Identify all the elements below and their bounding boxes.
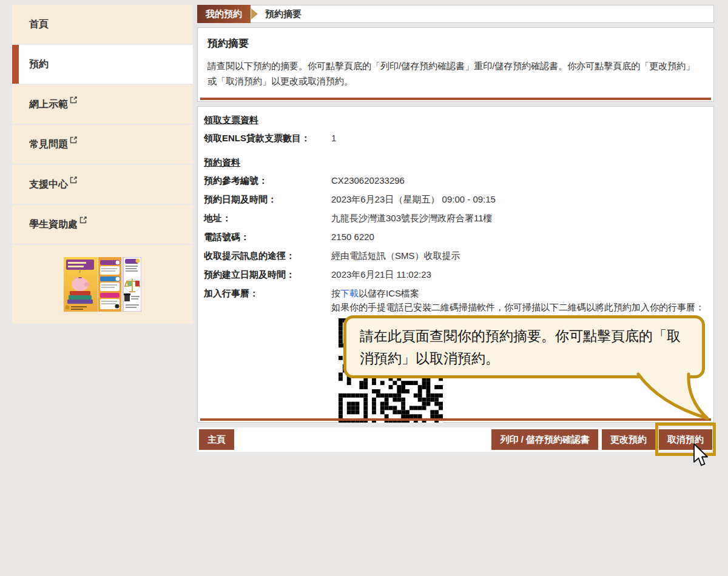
sidebar-item-sfo[interactable]: 學生資助處 [12,205,193,244]
row-label: 預約日期及時間： [204,193,331,206]
row-label: 地址： [204,212,331,224]
row-label: 電話號碼： [204,230,331,243]
download-ics-link[interactable]: 下載 [340,288,359,298]
footer-button-bar: 主頁 列印 / 儲存預約確認書 更改預約 取消預約 [197,427,714,452]
external-link-icon [70,135,77,146]
external-link-icon [79,215,87,226]
page-title: 預約摘要 [198,28,713,50]
summary-header-panel: 預約摘要 請查閱以下預約的摘要。你可點擊頁底的「列印/儲存預約確認書」重印/儲存… [197,27,714,102]
home-button[interactable]: 主頁 [199,429,234,450]
sidebar-item-home[interactable]: 首頁 [12,5,193,44]
sidebar-item-label: 學生資助處 [29,218,78,231]
sidebar-item-label: 首頁 [29,18,49,31]
row-value: 1 [331,132,707,144]
row-value: 2150 6220 [331,230,707,243]
sidebar-item-faq[interactable]: 常見問題 [12,125,193,164]
row-value: 經由電話短訊（SMS）收取提示 [331,249,707,262]
sidebar-item-appointment[interactable]: 預約 [12,45,193,84]
sidebar-item-label: 支援中心 [29,178,68,191]
sidebar-item-online-demo[interactable]: 網上示範 [12,85,193,124]
external-link-icon [70,175,77,186]
tooltip-bubble-tail [631,372,716,426]
breadcrumb-arrow-icon [251,8,258,19]
breadcrumb: 我的預約 預約摘要 [197,5,714,23]
sidebar-item-support-centre[interactable]: 支援中心 [12,165,193,204]
calendar-prefix: 按 [331,288,340,298]
row-label: 預約建立日期及時間： [204,268,331,281]
detail-row-reminder-channel: 收取提示訊息的途徑： 經由電話短訊（SMS）收取提示 [204,249,707,262]
row-value: 2023年6月23日（星期五） 09:00 - 09:15 [331,193,707,206]
promo-panel [12,245,193,324]
detail-row-datetime: 預約日期及時間： 2023年6月23日（星期五） 09:00 - 09:15 [204,193,707,206]
row-label: 加入行事曆： [204,287,331,426]
page-description: 請查閱以下預約的摘要。你可點擊頁底的「列印/儲存預約確認書」重印/儲存預約確認書… [198,50,713,98]
sidebar: 首頁 預約 網上示範 常見問題 支援中心 學生資助處 [12,5,193,324]
detail-row-address: 地址： 九龍長沙灣道303號長沙灣政府合署11樓 [204,212,707,224]
promo-leaflets-image[interactable] [64,257,141,312]
detail-row-cheque-count: 領取ENLS貸款支票數目： 1 [204,132,707,144]
breadcrumb-current-page: 預約摘要 [265,8,302,20]
cancel-appointment-button[interactable]: 取消預約 [659,429,712,450]
calendar-line1: 按下載以儲存ICS檔案 [331,288,419,298]
row-value: CX230620233296 [331,174,707,187]
detail-row-reference: 預約參考編號： CX230620233296 [204,174,707,187]
row-label: 預約參考編號： [204,174,331,187]
sidebar-item-label: 預約 [29,58,49,71]
page: 首頁 預約 網上示範 常見問題 支援中心 學生資助處 [0,0,728,576]
external-link-icon [70,95,77,106]
detail-row-phone: 電話號碼： 2150 6220 [204,230,707,243]
row-label: 收取提示訊息的途徑： [204,249,331,262]
row-value: 九龍長沙灣道303號長沙灣政府合署11樓 [331,212,707,224]
calendar-line2: 如果你的手提電話已安裝二維碼掃描軟件，你可掃描以下二維碼以將此預約加入你的行事曆… [331,301,707,313]
row-label: 領取ENLS貸款支票數目： [204,132,331,144]
tooltip-bubble: 請在此頁面查閱你的預約摘要。你可點擊頁底的「取消預約」以取消預約。 [343,315,705,378]
change-appointment-button[interactable]: 更改預約 [602,429,655,450]
sidebar-item-label: 網上示範 [29,98,68,111]
calendar-suffix: 以儲存ICS檔案 [359,288,419,298]
sidebar-item-label: 常見問題 [29,138,68,151]
cheque-section-title: 領取支票資料 [204,115,707,126]
appointment-section-title: 預約資料 [204,157,707,169]
row-value: 2023年6月21日 11:02:23 [331,268,707,281]
breadcrumb-section-tab[interactable]: 我的預約 [197,5,251,23]
detail-row-created: 預約建立日期及時間： 2023年6月21日 11:02:23 [204,268,707,281]
print-save-confirmation-button[interactable]: 列印 / 儲存預約確認書 [491,429,598,450]
